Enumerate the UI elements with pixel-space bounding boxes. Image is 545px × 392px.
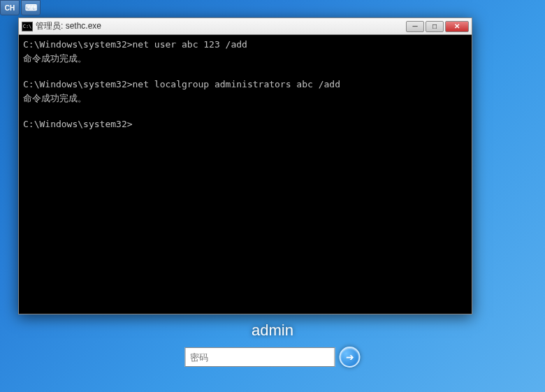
command-prompt-window: C:\ 管理员: sethc.exe ─ □ ✕ C:\Windows\syst… [18,17,472,314]
cmd-icon: C:\ [22,22,33,31]
password-row: ➔ [185,347,361,368]
username-label: admin [252,321,293,340]
language-indicator-button[interactable]: CH [0,0,20,15]
terminal-output: 命令成功完成。 [23,92,467,106]
prompt: C:\Windows\system32> [23,39,133,50]
prompt: C:\Windows\system32> [23,79,133,89]
window-title: 管理员: sethc.exe [36,20,406,32]
window-controls: ─ □ ✕ [406,21,469,32]
arrow-right-icon: ➔ [346,351,354,363]
title-bar[interactable]: C:\ 管理员: sethc.exe ─ □ ✕ [19,18,472,35]
terminal-body[interactable]: C:\Windows\system32>net user abc 123 /ad… [19,35,472,314]
command-text: net localgroup administrators abc /add [133,79,340,89]
terminal-output: 命令成功完成。 [23,52,467,66]
terminal-line: C:\Windows\system32>net localgroup admin… [23,78,467,92]
terminal-line: C:\Windows\system32>net user abc 123 /ad… [23,38,467,52]
login-area: admin ➔ [185,321,361,368]
login-submit-button[interactable]: ➔ [340,347,361,368]
language-bar: CH ⌨ [0,0,41,15]
password-input[interactable] [185,347,335,367]
keyboard-icon-button[interactable]: ⌨ [21,0,41,15]
maximize-button[interactable]: □ [426,21,444,32]
terminal-line: C:\Windows\system32> [23,117,467,131]
prompt: C:\Windows\system32> [23,119,133,129]
command-text: net user abc 123 /add [133,39,247,50]
close-button[interactable]: ✕ [445,21,469,32]
minimize-button[interactable]: ─ [406,21,424,32]
